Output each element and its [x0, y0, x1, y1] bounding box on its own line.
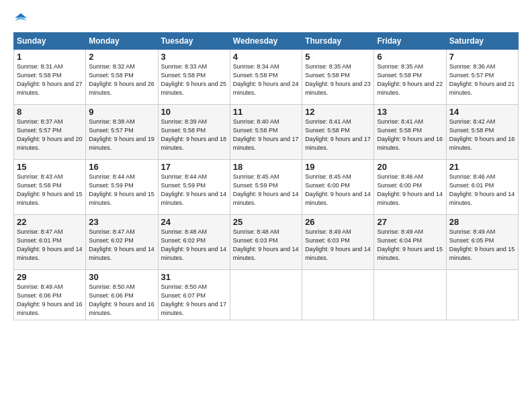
day-cell: 23 Sunrise: 8:47 AMSunset: 6:02 PMDaylig…	[86, 215, 158, 270]
day-info: Sunrise: 8:46 AMSunset: 6:00 PMDaylight:…	[377, 173, 443, 206]
header-day-monday: Monday	[86, 33, 158, 50]
day-cell: 7 Sunrise: 8:36 AMSunset: 5:57 PMDayligh…	[446, 50, 518, 105]
day-cell: 8 Sunrise: 8:37 AMSunset: 5:57 PMDayligh…	[14, 105, 86, 160]
week-row-4: 22 Sunrise: 8:47 AMSunset: 6:01 PMDaylig…	[14, 215, 519, 270]
day-cell: 1 Sunrise: 8:31 AMSunset: 5:58 PMDayligh…	[14, 50, 86, 105]
day-number: 31	[161, 272, 227, 282]
week-row-1: 1 Sunrise: 8:31 AMSunset: 5:58 PMDayligh…	[14, 50, 519, 105]
day-number: 28	[449, 217, 515, 227]
day-info: Sunrise: 8:41 AMSunset: 5:58 PMDaylight:…	[305, 118, 371, 151]
day-number: 26	[305, 217, 371, 227]
day-number: 21	[449, 162, 515, 172]
day-number: 11	[233, 107, 299, 117]
day-info: Sunrise: 8:49 AMSunset: 6:05 PMDaylight:…	[449, 228, 515, 261]
day-number: 13	[377, 107, 443, 117]
week-row-3: 15 Sunrise: 8:43 AMSunset: 5:58 PMDaylig…	[14, 160, 519, 215]
day-info: Sunrise: 8:40 AMSunset: 5:58 PMDaylight:…	[233, 118, 299, 151]
day-cell: 24 Sunrise: 8:48 AMSunset: 6:02 PMDaylig…	[158, 215, 230, 270]
day-cell: 13 Sunrise: 8:41 AMSunset: 5:58 PMDaylig…	[374, 105, 446, 160]
day-number: 24	[161, 217, 227, 227]
day-number: 23	[89, 217, 154, 227]
day-cell: 29 Sunrise: 8:49 AMSunset: 6:06 PMDaylig…	[14, 270, 86, 320]
day-info: Sunrise: 8:48 AMSunset: 6:03 PMDaylight:…	[233, 228, 299, 261]
day-number: 17	[161, 162, 227, 172]
day-info: Sunrise: 8:49 AMSunset: 6:04 PMDaylight:…	[377, 228, 443, 261]
day-number: 1	[17, 52, 83, 62]
day-cell	[230, 270, 302, 320]
header-day-sunday: Sunday	[14, 33, 86, 50]
day-number: 6	[377, 52, 443, 62]
day-info: Sunrise: 8:44 AMSunset: 5:59 PMDaylight:…	[161, 173, 227, 206]
calendar-table: SundayMondayTuesdayWednesdayThursdayFrid…	[13, 32, 519, 320]
day-info: Sunrise: 8:35 AMSunset: 5:58 PMDaylight:…	[377, 63, 443, 96]
day-info: Sunrise: 8:35 AMSunset: 5:58 PMDaylight:…	[305, 63, 371, 96]
day-cell: 19 Sunrise: 8:45 AMSunset: 6:00 PMDaylig…	[302, 160, 374, 215]
day-cell: 30 Sunrise: 8:50 AMSunset: 6:06 PMDaylig…	[86, 270, 158, 320]
day-info: Sunrise: 8:47 AMSunset: 6:02 PMDaylight:…	[89, 228, 154, 261]
day-cell: 15 Sunrise: 8:43 AMSunset: 5:58 PMDaylig…	[14, 160, 86, 215]
day-number: 15	[17, 162, 83, 172]
day-cell	[374, 270, 446, 320]
day-info: Sunrise: 8:50 AMSunset: 6:07 PMDaylight:…	[161, 283, 227, 316]
day-cell: 21 Sunrise: 8:46 AMSunset: 6:01 PMDaylig…	[446, 160, 518, 215]
day-info: Sunrise: 8:36 AMSunset: 5:57 PMDaylight:…	[449, 63, 515, 96]
day-info: Sunrise: 8:32 AMSunset: 5:58 PMDaylight:…	[89, 63, 154, 96]
day-info: Sunrise: 8:39 AMSunset: 5:58 PMDaylight:…	[161, 118, 227, 151]
week-row-2: 8 Sunrise: 8:37 AMSunset: 5:57 PMDayligh…	[14, 105, 519, 160]
day-cell: 18 Sunrise: 8:45 AMSunset: 5:59 PMDaylig…	[230, 160, 302, 215]
day-number: 12	[305, 107, 371, 117]
day-info: Sunrise: 8:47 AMSunset: 6:01 PMDaylight:…	[17, 228, 83, 261]
day-info: Sunrise: 8:41 AMSunset: 5:58 PMDaylight:…	[377, 118, 443, 151]
day-info: Sunrise: 8:48 AMSunset: 6:02 PMDaylight:…	[161, 228, 227, 261]
day-cell	[302, 270, 374, 320]
day-cell: 26 Sunrise: 8:49 AMSunset: 6:03 PMDaylig…	[302, 215, 374, 270]
header-day-wednesday: Wednesday	[230, 33, 302, 50]
day-cell: 31 Sunrise: 8:50 AMSunset: 6:07 PMDaylig…	[158, 270, 230, 320]
day-cell: 10 Sunrise: 8:39 AMSunset: 5:58 PMDaylig…	[158, 105, 230, 160]
day-info: Sunrise: 8:38 AMSunset: 5:57 PMDaylight:…	[89, 118, 154, 151]
day-cell: 27 Sunrise: 8:49 AMSunset: 6:04 PMDaylig…	[374, 215, 446, 270]
day-number: 30	[89, 272, 154, 282]
day-info: Sunrise: 8:45 AMSunset: 6:00 PMDaylight:…	[305, 173, 371, 206]
day-info: Sunrise: 8:34 AMSunset: 5:58 PMDaylight:…	[233, 63, 299, 96]
day-info: Sunrise: 8:43 AMSunset: 5:58 PMDaylight:…	[17, 173, 83, 206]
day-cell: 12 Sunrise: 8:41 AMSunset: 5:58 PMDaylig…	[302, 105, 374, 160]
day-cell: 25 Sunrise: 8:48 AMSunset: 6:03 PMDaylig…	[230, 215, 302, 270]
day-number: 25	[233, 217, 299, 227]
header-day-saturday: Saturday	[446, 33, 518, 50]
day-cell: 9 Sunrise: 8:38 AMSunset: 5:57 PMDayligh…	[86, 105, 158, 160]
day-cell: 28 Sunrise: 8:49 AMSunset: 6:05 PMDaylig…	[446, 215, 518, 270]
day-info: Sunrise: 8:49 AMSunset: 6:03 PMDaylight:…	[305, 228, 371, 261]
day-cell: 17 Sunrise: 8:44 AMSunset: 5:59 PMDaylig…	[158, 160, 230, 215]
day-cell: 3 Sunrise: 8:33 AMSunset: 5:58 PMDayligh…	[158, 50, 230, 105]
svg-marker-1	[15, 15, 27, 20]
day-info: Sunrise: 8:37 AMSunset: 5:57 PMDaylight:…	[17, 118, 83, 151]
day-info: Sunrise: 8:46 AMSunset: 6:01 PMDaylight:…	[449, 173, 515, 206]
header	[13, 12, 519, 26]
day-number: 2	[89, 52, 154, 62]
day-info: Sunrise: 8:49 AMSunset: 6:06 PMDaylight:…	[17, 283, 83, 316]
day-cell: 11 Sunrise: 8:40 AMSunset: 5:58 PMDaylig…	[230, 105, 302, 160]
day-cell: 6 Sunrise: 8:35 AMSunset: 5:58 PMDayligh…	[374, 50, 446, 105]
day-number: 19	[305, 162, 371, 172]
day-number: 4	[233, 52, 299, 62]
day-number: 7	[449, 52, 515, 62]
day-number: 16	[89, 162, 154, 172]
day-number: 18	[233, 162, 299, 172]
day-number: 27	[377, 217, 443, 227]
day-number: 9	[89, 107, 154, 117]
day-cell: 16 Sunrise: 8:44 AMSunset: 5:59 PMDaylig…	[86, 160, 158, 215]
header-day-tuesday: Tuesday	[158, 33, 230, 50]
day-number: 22	[17, 217, 83, 227]
logo-bird-icon	[15, 12, 27, 24]
day-info: Sunrise: 8:45 AMSunset: 5:59 PMDaylight:…	[233, 173, 299, 206]
day-number: 29	[17, 272, 83, 282]
day-cell: 5 Sunrise: 8:35 AMSunset: 5:58 PMDayligh…	[302, 50, 374, 105]
header-row: SundayMondayTuesdayWednesdayThursdayFrid…	[14, 33, 519, 50]
day-info: Sunrise: 8:33 AMSunset: 5:58 PMDaylight:…	[161, 63, 227, 96]
day-number: 14	[449, 107, 515, 117]
day-info: Sunrise: 8:42 AMSunset: 5:58 PMDaylight:…	[449, 118, 515, 151]
day-number: 20	[377, 162, 443, 172]
day-info: Sunrise: 8:50 AMSunset: 6:06 PMDaylight:…	[89, 283, 154, 316]
day-number: 8	[17, 107, 83, 117]
